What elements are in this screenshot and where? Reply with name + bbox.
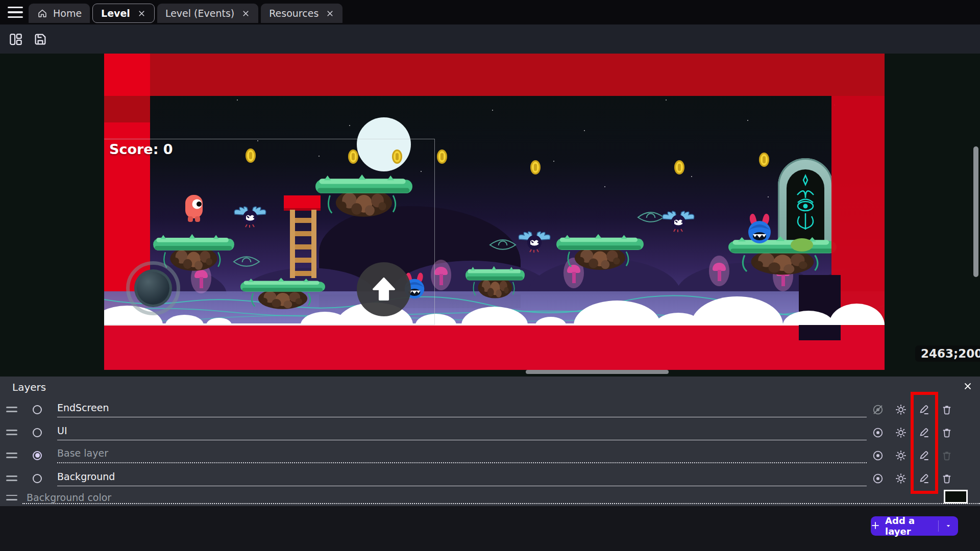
- bottom-red-band: [104, 325, 885, 370]
- add-layer-label: Add a layer: [885, 515, 938, 537]
- close-icon[interactable]: [963, 381, 973, 391]
- layer-name-field[interactable]: Base layer: [57, 447, 867, 463]
- layer-name-field[interactable]: EndScreen: [57, 402, 867, 417]
- left-red-column-dark: [104, 96, 150, 122]
- gdevelop-editor: Home Level Level (Events) Resources: [0, 0, 980, 551]
- tab-label: Home: [53, 8, 82, 19]
- layer-radio-selected[interactable]: [33, 451, 42, 460]
- coin: [674, 160, 684, 174]
- lighting-effects-icon[interactable]: [895, 449, 907, 462]
- edit-icon[interactable]: [918, 404, 930, 416]
- tab-label: Level (Events): [165, 8, 234, 19]
- lighting-effects-icon[interactable]: [895, 427, 907, 439]
- close-icon[interactable]: [137, 9, 146, 18]
- drag-handle-icon[interactable]: [6, 453, 17, 458]
- eye-decoration: [488, 238, 518, 252]
- bottom-bar: Add a layer: [0, 506, 980, 551]
- edit-icon[interactable]: [918, 472, 930, 485]
- layer-radio[interactable]: [33, 405, 42, 414]
- drag-handle-icon: [6, 495, 17, 500]
- home-icon: [37, 8, 48, 19]
- bat-enemy: [662, 209, 695, 233]
- visibility-icon[interactable]: [872, 427, 884, 439]
- selection-rectangle: [104, 139, 435, 325]
- edit-icon[interactable]: [918, 427, 930, 439]
- tab-home[interactable]: Home: [29, 4, 90, 23]
- tab-level[interactable]: Level: [92, 4, 155, 23]
- delete-icon[interactable]: [941, 472, 953, 485]
- top-left-red-block: [104, 54, 150, 96]
- vertical-scrollbar[interactable]: [973, 146, 978, 277]
- platform: [728, 235, 837, 278]
- layer-row-ui: UI: [0, 421, 980, 444]
- coin: [437, 149, 447, 164]
- plus-icon: [871, 521, 880, 531]
- portal-arch: [778, 158, 833, 243]
- top-red-band: [150, 54, 885, 96]
- tab-label: Resources: [269, 8, 318, 19]
- edit-icon[interactable]: [918, 449, 930, 462]
- layer-row-endscreen: EndScreen: [0, 398, 980, 421]
- lighting-effects-icon[interactable]: [895, 472, 907, 485]
- project-manager-icon[interactable]: [8, 32, 23, 47]
- drag-handle-icon[interactable]: [6, 475, 17, 481]
- layer-radio[interactable]: [33, 474, 42, 483]
- tab-bar: Home Level Level (Events) Resources: [0, 0, 980, 24]
- scene-editor-viewport[interactable]: Score: 0 2463;200: [0, 54, 980, 377]
- background-color-row: Background color: [0, 490, 980, 505]
- layer-row-base-layer: Base layer: [0, 444, 980, 467]
- editor-toolbar: Preview Publish: [0, 24, 980, 54]
- game-canvas[interactable]: Score: 0: [104, 54, 885, 370]
- visibility-off-icon[interactable]: [872, 404, 884, 416]
- background-color-label: Background color: [27, 492, 111, 503]
- layers-panel: Layers EndScreen: [0, 377, 980, 506]
- delete-icon[interactable]: [941, 404, 953, 416]
- close-icon[interactable]: [241, 9, 250, 18]
- coin: [759, 153, 769, 167]
- add-layer-button[interactable]: Add a layer: [871, 516, 958, 536]
- dark-column: [799, 275, 841, 340]
- layer-radio[interactable]: [33, 428, 42, 437]
- layer-name-field[interactable]: Background: [57, 471, 867, 486]
- layer-name-field[interactable]: UI: [57, 425, 867, 440]
- background-color-swatch[interactable]: [944, 490, 968, 504]
- horizontal-scrollbar[interactable]: [526, 370, 669, 374]
- horned-monster: [746, 212, 773, 244]
- score-text: Score: 0: [109, 141, 173, 157]
- bat-enemy: [518, 229, 551, 254]
- platform: [556, 233, 644, 273]
- layer-row-background: Background: [0, 467, 980, 490]
- delete-icon-disabled: [941, 449, 953, 462]
- add-layer-dropdown-button[interactable]: [939, 522, 958, 530]
- coin: [530, 160, 541, 174]
- platform: [465, 265, 525, 301]
- lighting-effects-icon[interactable]: [895, 404, 907, 416]
- drag-handle-icon[interactable]: [6, 407, 17, 412]
- visibility-icon[interactable]: [872, 472, 884, 485]
- save-icon[interactable]: [33, 32, 48, 47]
- portal-ornament: [787, 172, 824, 239]
- bush: [791, 238, 813, 252]
- tab-label: Level: [101, 8, 130, 19]
- close-icon[interactable]: [326, 9, 334, 18]
- drag-handle-icon[interactable]: [6, 430, 17, 435]
- tab-resources[interactable]: Resources: [261, 4, 342, 23]
- main-menu-icon[interactable]: [8, 7, 23, 18]
- panel-title: Layers: [12, 381, 46, 393]
- cursor-coordinates-badge: 2463;200: [915, 345, 980, 362]
- delete-icon[interactable]: [941, 427, 953, 439]
- tab-level-events[interactable]: Level (Events): [157, 4, 258, 23]
- visibility-icon[interactable]: [872, 449, 884, 462]
